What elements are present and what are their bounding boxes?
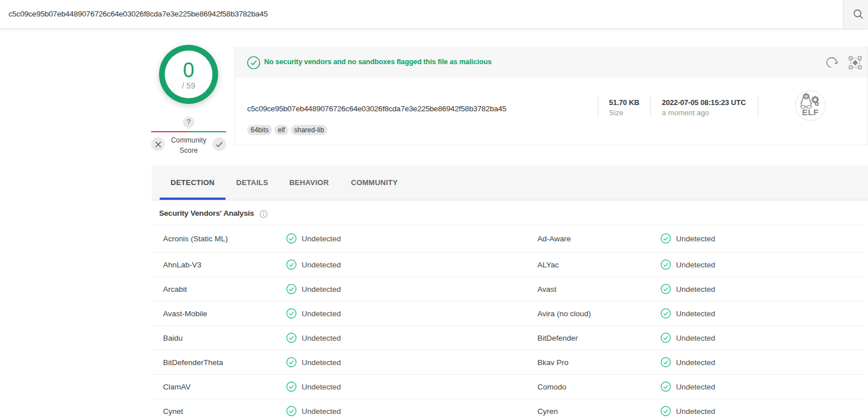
svg-text:ELF: ELF [802,107,819,117]
